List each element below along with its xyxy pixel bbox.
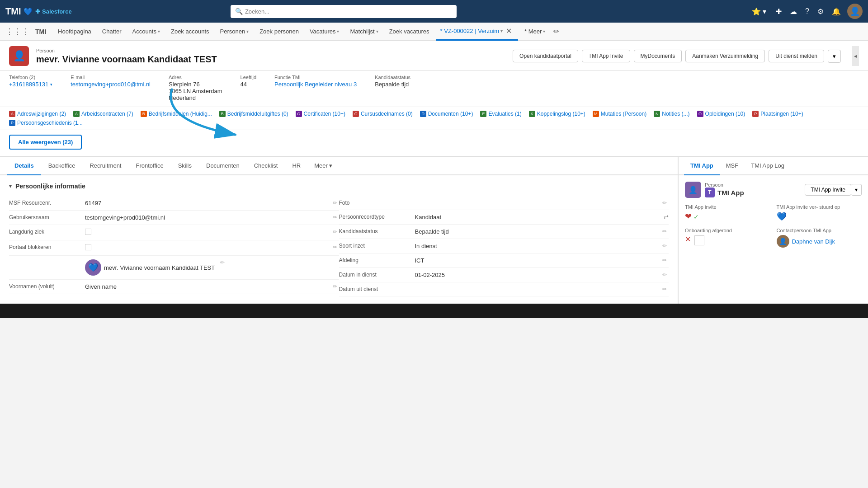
logo-sf-text: ✚ Salesforce (35, 8, 71, 15)
msf-edit-icon[interactable]: ✏ (331, 200, 339, 206)
user-avatar[interactable]: 👤 (847, 4, 863, 19)
langdurig-ziek-row: Langdurig ziek ✏ (9, 225, 339, 240)
kandidaatstatus-label: Kandidaatstatus (375, 75, 410, 80)
vz-close-icon[interactable]: ✕ (504, 27, 514, 35)
mydocuments-button[interactable]: MyDocuments (634, 50, 682, 62)
tab-backoffice[interactable]: Backoffice (41, 157, 83, 175)
search-input[interactable] (231, 5, 457, 18)
langdurig-ziek-checkbox[interactable] (85, 229, 91, 235)
alle-weergeven-button[interactable]: Alle weergeven (23) (9, 135, 82, 150)
personen-chevron-icon: ▾ (246, 29, 249, 34)
right-tab-tmi-app-log[interactable]: TMI App Log (745, 157, 791, 175)
arbeidscontracten-icon: A (73, 111, 80, 117)
right-tab-msf[interactable]: MSF (720, 157, 745, 175)
tab-documenten[interactable]: Documenten (199, 157, 247, 175)
record-type-label: Persoon (36, 48, 505, 53)
notifications-button[interactable]: 🔔 (830, 5, 843, 18)
nav-zoek-vacatures[interactable]: Zoek vacatures (385, 23, 434, 41)
nav-accounts[interactable]: Accounts ▾ (127, 23, 164, 41)
uit-dienst-melden-button[interactable]: Uit dienst melden (769, 50, 824, 62)
nav-meer[interactable]: * Meer ▾ (520, 23, 550, 41)
naam-widget-edit-icon[interactable]: ✏ (218, 259, 226, 266)
nav-edit-icon[interactable]: ✏ (553, 27, 559, 36)
help-button[interactable]: ? (803, 5, 811, 17)
related-notities[interactable]: N Notities (...) (654, 111, 689, 117)
onboarding-field: Onboarding afgerond ✕ (685, 228, 770, 248)
koppelingslog-icon: K (529, 111, 535, 117)
related-evaluaties[interactable]: E Evaluaties (1) (480, 111, 521, 117)
functie-tmi-link[interactable]: Persoonlijk Begeleider niveau 3 (274, 81, 357, 88)
record-more-button[interactable]: ▾ (828, 50, 841, 63)
datum-in-dienst-edit-icon[interactable]: ✏ (660, 272, 669, 278)
portaal-blokkeren-checkbox[interactable] (85, 244, 91, 250)
related-plaatsingen[interactable]: P Plaatsingen (10+) (752, 111, 803, 117)
onboarding-label: Onboarding afgerond (685, 228, 770, 233)
nav-vz-tab[interactable]: * VZ-000022 | Verzuim ▾ ✕ (436, 23, 519, 41)
right-tab-tmi-app[interactable]: TMI App (684, 157, 720, 175)
app-grid-icon[interactable]: ⋮⋮⋮ (5, 27, 30, 37)
section-title: Persoonlijke informatie (15, 183, 85, 190)
check-icon: ✓ (693, 213, 699, 221)
nav-zoek-personen[interactable]: Zoek personen (255, 23, 303, 41)
bedrijfsmiddelen-icon: B (141, 111, 147, 117)
telefoon-value[interactable]: +31618895131 ▾ (9, 81, 52, 88)
add-button[interactable]: ✚ (774, 5, 783, 18)
contactpersoon-link[interactable]: Daphne van Dijk (792, 238, 835, 245)
nav-chatter[interactable]: Chatter (98, 23, 126, 41)
soort-inzet-edit-icon[interactable]: ✏ (660, 243, 669, 249)
cloud-button[interactable]: ☁ (788, 5, 799, 18)
email-label: E-mail (71, 75, 151, 80)
tab-recruitment[interactable]: Recruitment (82, 157, 128, 175)
tab-skills[interactable]: Skills (171, 157, 199, 175)
nav-matchlijst[interactable]: Matchlijst ▾ (345, 23, 382, 41)
related-persoonsgeschiedenis[interactable]: P Persoonsgeschiedenis (1... (9, 120, 83, 126)
nav-hoofdpagina[interactable]: Hoofdpagina (53, 23, 96, 41)
rp-tmi-app-invite-button[interactable]: TMI App Invite (805, 184, 851, 196)
email-link[interactable]: testomgeving+prod010@tmi.nl (71, 81, 151, 88)
nav-vacatures[interactable]: Vacatures ▾ (305, 23, 344, 41)
kandidaatstatus-edit-icon[interactable]: ✏ (660, 228, 669, 235)
vacatures-chevron-icon: ▾ (337, 29, 339, 34)
portaal-blokkeren-edit-icon[interactable]: ✏ (331, 244, 339, 250)
certificaten-icon: C (296, 111, 302, 117)
related-certificaten[interactable]: C Certificaten (10+) (296, 111, 345, 117)
contactpersoon-field: Contactpersoon TMI App 👤 Daphne van Dijk (777, 228, 862, 248)
secondary-navigation: ⋮⋮⋮ TMI Hoofdpagina Chatter Accounts ▾ Z… (0, 23, 868, 41)
related-adreswijzigingen[interactable]: A Adreswijzigingen (2) (9, 111, 66, 117)
related-documenten[interactable]: D Documenten (10+) (420, 111, 473, 117)
langdurig-ziek-edit-icon[interactable]: ✏ (331, 229, 339, 235)
related-cursusdeelnames[interactable]: C Cursusdeelnames (0) (353, 111, 413, 117)
search-icon: 🔍 (235, 8, 243, 15)
persoonrecordtype-icon[interactable]: ⇄ (664, 214, 669, 221)
related-opleidingen[interactable]: O Opleidingen (10) (697, 111, 745, 117)
voornamen-edit-icon[interactable]: ✏ (331, 283, 339, 290)
related-arbeidscontracten[interactable]: A Arbeidscontracten (7) (73, 111, 133, 117)
heart-blue-icon: 💙 (777, 212, 787, 221)
persoonlijke-info-header[interactable]: ▾ Persoonlijke informatie (9, 183, 669, 190)
onboarding-checkbox[interactable] (694, 235, 704, 245)
afdeling-edit-icon[interactable]: ✏ (660, 257, 669, 263)
tab-meer[interactable]: Meer ▾ (308, 157, 339, 174)
settings-button[interactable]: ⚙ (816, 5, 826, 18)
tmi-app-invite-button[interactable]: TMI App Invite (582, 50, 630, 62)
favorites-button[interactable]: ⭐ ▾ (749, 6, 769, 17)
foto-edit-icon[interactable]: ✏ (660, 200, 669, 206)
tab-frontoffice[interactable]: Frontoffice (128, 157, 170, 175)
tab-checklist[interactable]: Checklist (247, 157, 285, 175)
kandidaatstatus-field: Kandidaatstatus Bepaalde tijd (375, 75, 410, 101)
related-koppelingslog[interactable]: K Koppelingslog (10+) (529, 111, 585, 117)
tab-details[interactable]: Details (7, 157, 41, 175)
nav-personen[interactable]: Personen ▾ (216, 23, 254, 41)
nav-zoek-accounts[interactable]: Zoek accounts (166, 23, 214, 41)
rp-dropdown-button[interactable]: ▾ (851, 184, 862, 196)
open-kandidaatportal-button[interactable]: Open kandidaatportal (513, 50, 578, 62)
tab-hr[interactable]: HR (285, 157, 308, 175)
related-mutaties[interactable]: M Mutaties (Persoon) (593, 111, 646, 117)
related-bedrijfsmiddeluitgiftes[interactable]: B Bedrijfsmiddeluitgiftes (0) (219, 111, 288, 117)
gebruikersnaam-edit-icon[interactable]: ✏ (331, 214, 339, 221)
aanmaken-verzuimmelding-button[interactable]: Aanmaken Verzuimmelding (685, 50, 765, 62)
datum-uit-dienst-edit-icon[interactable]: ✏ (660, 286, 669, 292)
related-bedrijfsmiddelen[interactable]: B Bedrijfsmiddelen (Huidig... (141, 111, 212, 117)
expand-sidebar-button[interactable]: ◂ (852, 46, 859, 66)
search-container: 🔍 (231, 5, 457, 18)
